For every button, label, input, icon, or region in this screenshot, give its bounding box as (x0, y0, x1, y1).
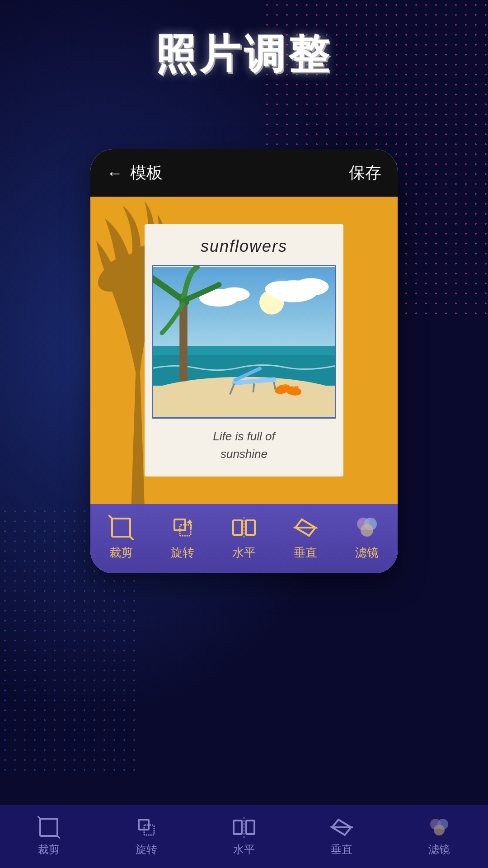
nav-filter-icon (428, 816, 450, 839)
svg-point-49 (434, 825, 445, 835)
back-button[interactable]: ← (107, 164, 123, 183)
toolbar-label-filter: 滤镜 (355, 545, 379, 561)
svg-rect-17 (153, 386, 335, 416)
svg-rect-26 (112, 519, 130, 537)
header-title: 模板 (130, 162, 163, 184)
nav-label-rotate: 旋转 (136, 842, 157, 857)
nav-item-crop[interactable]: 裁剪 (0, 816, 98, 857)
toolbar-label-horizontal: 水平 (232, 545, 256, 561)
nav-horizontal-icon (233, 816, 255, 839)
nav-item-filter[interactable]: 滤镜 (390, 816, 488, 857)
svg-point-13 (219, 288, 250, 302)
phone-header: ← 模板 保存 (90, 149, 398, 197)
nav-item-horizontal[interactable]: 水平 (195, 816, 293, 857)
svg-line-28 (130, 537, 134, 540)
toolbar-label-vertical: 垂直 (294, 545, 317, 561)
bottom-nav: 裁剪 旋转 水平 垂直 滤镜 (0, 805, 488, 868)
svg-line-23 (253, 383, 254, 392)
nav-label-horizontal: 水平 (233, 842, 255, 857)
svg-marker-31 (187, 519, 192, 523)
nav-rotate-icon (135, 816, 158, 839)
toolbar-item-rotate[interactable]: 旋转 (152, 515, 213, 561)
crop-icon (108, 515, 134, 540)
toolbar-item-crop[interactable]: 裁剪 (90, 515, 152, 561)
card-image (152, 265, 336, 419)
svg-line-40 (38, 816, 40, 819)
card-title: sunflowers (145, 224, 343, 265)
nav-vertical-icon (330, 816, 353, 839)
nav-crop-icon (38, 816, 60, 839)
phone-mockup: ← 模板 保存 sunflowers (90, 149, 398, 573)
page-title: 照片调整 (155, 27, 333, 82)
nav-item-vertical[interactable]: 垂直 (293, 816, 390, 857)
header-left: ← 模板 (107, 162, 163, 184)
horizontal-flip-icon (231, 515, 257, 540)
toolbar-item-vertical[interactable]: 垂直 (275, 515, 336, 561)
svg-rect-45 (246, 821, 254, 834)
toolbar-item-filter[interactable]: 滤镜 (336, 515, 398, 561)
nav-label-vertical: 垂直 (331, 842, 352, 857)
card-subtitle: Life is full of sunshine (145, 428, 343, 463)
vertical-flip-icon (293, 515, 318, 540)
svg-line-27 (108, 515, 112, 519)
beach-scene-svg (153, 266, 335, 417)
toolbar-label-rotate: 旋转 (171, 545, 194, 561)
svg-point-38 (361, 524, 373, 537)
filter-icon (354, 515, 380, 540)
toolbar-item-horizontal[interactable]: 水平 (213, 515, 275, 561)
svg-rect-32 (233, 520, 242, 535)
rotate-icon (170, 515, 195, 540)
svg-rect-39 (40, 819, 57, 836)
svg-rect-33 (246, 520, 255, 535)
svg-point-11 (265, 281, 296, 297)
nav-label-filter: 滤镜 (428, 842, 450, 857)
nav-label-crop: 裁剪 (38, 842, 60, 857)
svg-rect-44 (234, 821, 242, 834)
svg-line-41 (57, 836, 60, 839)
toolbar-label-crop: 裁剪 (109, 545, 133, 561)
phone-content: sunflowers (90, 197, 398, 504)
phone-toolbar: 裁剪 旋转 水平 (90, 504, 398, 573)
photo-card: sunflowers (145, 224, 343, 476)
save-button[interactable]: 保存 (349, 162, 381, 184)
nav-item-rotate[interactable]: 旋转 (98, 816, 195, 857)
svg-point-10 (294, 278, 329, 296)
